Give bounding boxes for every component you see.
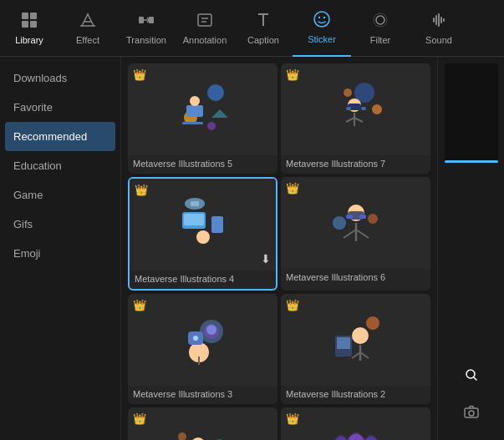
svg-point-14 bbox=[323, 17, 325, 18]
crown-icon-1: 👑 bbox=[133, 68, 146, 81]
sidebar: Downloads Favorite Recommended Education… bbox=[0, 57, 121, 440]
sticker-label-6: Metaverse Illustrations 2 bbox=[281, 386, 430, 404]
svg-point-52 bbox=[333, 216, 346, 230]
svg-point-75 bbox=[178, 432, 186, 440]
library-icon bbox=[20, 11, 38, 32]
sound-icon bbox=[430, 11, 448, 32]
svg-rect-42 bbox=[211, 216, 223, 233]
crown-icon-3: 👑 bbox=[135, 184, 148, 196]
crown-icon-8: 👑 bbox=[286, 412, 299, 425]
sidebar-item-education[interactable]: Education bbox=[0, 151, 120, 180]
svg-point-31 bbox=[344, 89, 352, 97]
svg-rect-62 bbox=[337, 337, 350, 349]
sticker-label-3: Metaverse Illustrations 4 bbox=[130, 271, 276, 289]
toolbar-annotation[interactable]: Annotation bbox=[176, 0, 234, 57]
svg-point-83 bbox=[349, 432, 363, 440]
sticker-thumb-6: 👑 bbox=[281, 294, 430, 386]
crown-icon-2: 👑 bbox=[286, 68, 299, 81]
sticker-icon bbox=[313, 10, 331, 31]
annotation-icon bbox=[196, 11, 214, 32]
toolbar: Library Effect Transition bbox=[0, 0, 504, 57]
effect-label: Effect bbox=[76, 35, 99, 45]
sticker-grid-area: 👑 Metaverse Illustrations 5 bbox=[121, 57, 437, 440]
toolbar-library[interactable]: Library bbox=[0, 0, 59, 57]
sticker-thumb-4: 👑 bbox=[281, 177, 430, 269]
toolbar-sound[interactable]: Sound bbox=[410, 0, 468, 57]
svg-rect-26 bbox=[182, 122, 203, 124]
svg-point-41 bbox=[196, 230, 210, 244]
sidebar-item-favorite[interactable]: Favorite bbox=[0, 93, 120, 122]
toolbar-sticker[interactable]: Sticker bbox=[293, 0, 351, 57]
svg-line-50 bbox=[344, 230, 356, 238]
svg-line-38 bbox=[354, 118, 363, 122]
svg-line-65 bbox=[352, 352, 360, 358]
sound-label: Sound bbox=[425, 35, 452, 45]
caption-icon bbox=[254, 11, 272, 32]
sticker-item-5[interactable]: 👑 Metaverse Illustrations 3 bbox=[128, 294, 277, 404]
svg-rect-21 bbox=[433, 18, 435, 23]
svg-point-82 bbox=[335, 435, 347, 440]
svg-rect-34 bbox=[346, 107, 351, 110]
svg-line-51 bbox=[356, 230, 369, 238]
sticker-label: Sticker bbox=[308, 34, 336, 44]
svg-line-37 bbox=[346, 118, 354, 122]
sticker-thumb-8: 👑 bbox=[281, 407, 430, 440]
sticker-item-8[interactable]: 👑 Mask Man bbox=[281, 407, 430, 440]
toolbar-transition[interactable]: Transition bbox=[117, 0, 176, 57]
search-button[interactable] bbox=[456, 360, 486, 390]
svg-point-63 bbox=[352, 327, 369, 344]
sticker-item-6[interactable]: 👑 Metaverse Illustrations 2 bbox=[281, 294, 430, 404]
svg-point-30 bbox=[372, 104, 382, 114]
right-panel-bottom bbox=[456, 360, 486, 433]
crown-icon-4: 👑 bbox=[286, 182, 299, 195]
sidebar-item-emoji[interactable]: Emoji bbox=[0, 239, 120, 268]
svg-rect-7 bbox=[198, 14, 211, 26]
preview-area bbox=[445, 63, 498, 164]
sidebar-item-gifs[interactable]: Gifs bbox=[0, 210, 120, 239]
sticker-thumb-2: 👑 bbox=[281, 63, 430, 155]
svg-rect-48 bbox=[359, 215, 366, 219]
filter-icon bbox=[371, 11, 389, 32]
svg-rect-2 bbox=[22, 21, 28, 28]
sticker-item-1[interactable]: 👑 Metaverse Illustrations 5 bbox=[128, 63, 277, 174]
svg-point-27 bbox=[207, 122, 216, 130]
right-panel bbox=[437, 57, 504, 440]
sticker-grid: 👑 Metaverse Illustrations 5 bbox=[128, 63, 430, 440]
svg-point-60 bbox=[206, 325, 216, 335]
sticker-item-4[interactable]: 👑 Metaverse Illustrations 6 bbox=[281, 177, 430, 291]
download-icon-3: ⬇ bbox=[261, 252, 271, 266]
sidebar-item-game[interactable]: Game bbox=[0, 180, 120, 210]
toolbar-caption[interactable]: Caption bbox=[234, 0, 293, 57]
crown-icon-5: 👑 bbox=[133, 299, 146, 311]
svg-rect-40 bbox=[184, 214, 204, 225]
svg-point-25 bbox=[190, 96, 200, 106]
sidebar-item-recommended[interactable]: Recommended bbox=[5, 122, 115, 151]
svg-point-58 bbox=[193, 336, 198, 341]
svg-point-88 bbox=[469, 411, 474, 416]
sticker-item-2[interactable]: 👑 Metaverse Illus bbox=[281, 63, 430, 174]
svg-line-86 bbox=[474, 377, 476, 380]
svg-rect-4 bbox=[139, 17, 144, 23]
svg-point-22 bbox=[207, 84, 224, 101]
svg-rect-19 bbox=[440, 17, 442, 23]
svg-point-12 bbox=[314, 12, 329, 27]
effect-icon bbox=[79, 11, 97, 32]
svg-line-66 bbox=[360, 352, 369, 358]
crown-icon-7: 👑 bbox=[133, 412, 146, 425]
sticker-thumb-5: 👑 bbox=[128, 294, 277, 386]
sticker-item-7[interactable]: 👑 Metaverse Illustrations 1 bbox=[128, 407, 277, 440]
sidebar-item-downloads[interactable]: Downloads bbox=[0, 63, 120, 93]
svg-rect-35 bbox=[361, 107, 366, 110]
sticker-item-3[interactable]: 👑 ⬇ Metaverse Illustrations 4 bbox=[128, 177, 277, 291]
transition-label: Transition bbox=[126, 35, 166, 45]
svg-rect-0 bbox=[22, 13, 28, 19]
main-content: Downloads Favorite Recommended Education… bbox=[0, 57, 504, 440]
sticker-thumb-7: 👑 bbox=[128, 407, 277, 440]
sticker-label-5: Metaverse Illustrations 3 bbox=[128, 386, 277, 404]
camera-button[interactable] bbox=[456, 397, 486, 427]
transition-icon bbox=[137, 11, 155, 32]
toolbar-effect[interactable]: Effect bbox=[59, 0, 117, 57]
annotation-label: Annotation bbox=[183, 35, 227, 45]
svg-rect-24 bbox=[186, 105, 203, 117]
toolbar-filter[interactable]: Filter bbox=[351, 0, 410, 57]
